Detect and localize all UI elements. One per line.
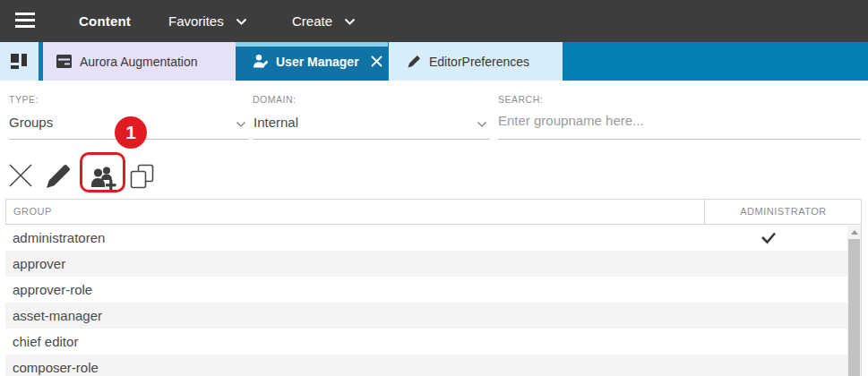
favorites-menu-label: Favorites [168,0,224,42]
create-menu[interactable]: Create [292,0,356,42]
group-name: approver-role [13,282,92,297]
tab-editor-preferences[interactable]: EditorPreferences [389,42,563,81]
scroll-up-button[interactable] [847,226,861,238]
search-input[interactable] [498,113,861,128]
tab-aurora-augmentation[interactable]: Aurora Augmentation [43,42,236,81]
user-edit-icon [253,54,268,69]
app-switcher-button[interactable] [0,42,39,81]
table-scrollbar[interactable] [847,226,861,376]
chevron-down-icon[interactable] [236,121,246,128]
group-name: chief editor [13,334,78,349]
administrator-check-icon [758,229,779,247]
type-field-label: TYPE: [9,94,39,105]
table-row[interactable]: approver-role [5,277,862,303]
annotation-step-badge: 1 [115,116,147,149]
chevron-down-icon [344,18,356,25]
table-row[interactable]: composer-role [5,355,862,376]
column-header-group[interactable]: GROUP [13,200,52,224]
pencil-icon [408,55,421,68]
top-app-bar: Content Favorites Create [0,0,868,42]
table-header-row: GROUP ADMINISTRATOR [5,199,862,225]
tab-label: User Manager [276,55,359,69]
favorites-menu[interactable]: Favorites [168,0,247,42]
chevron-down-icon [236,18,247,25]
column-header-administrator[interactable]: ADMINISTRATOR [704,200,862,224]
group-name: composer-role [13,360,99,375]
tab-label: Aurora Augmentation [80,55,198,69]
group-search-field: SEARCH: [498,90,861,140]
table-row[interactable]: asset-manager [5,303,862,329]
copy-group-button[interactable] [128,163,155,190]
table-body: administratoren approver approver-role a… [5,225,862,376]
tab-label: EditorPreferences [429,55,529,69]
tab-user-manager[interactable]: User Manager [236,42,388,81]
active-tab-indicator [236,42,388,47]
group-name: asset-manager [13,308,102,323]
edit-group-button[interactable] [45,162,72,189]
create-menu-label: Create [292,0,332,42]
group-name: administratoren [13,230,105,245]
scrollbar-thumb[interactable] [848,239,860,376]
table-row[interactable]: administratoren [5,225,862,251]
add-group-button[interactable] [87,160,119,192]
domain-select-field[interactable]: DOMAIN: Internal [253,90,490,140]
tab-bar: Aurora Augmentation User Manager [0,42,868,81]
table-row[interactable]: approver [5,251,862,277]
table-right-border [861,199,862,376]
copy-icon [129,164,155,189]
hamburger-menu-icon[interactable] [15,13,35,30]
table-row[interactable]: chief editor [5,329,862,355]
groups-table: GROUP ADMINISTRATOR administratoren appr… [5,199,862,376]
pencil-icon [46,163,72,189]
domain-field-value: Internal [254,115,298,130]
type-field-value: Groups [9,115,53,130]
delete-x-icon [8,163,33,188]
delete-group-button[interactable] [7,162,34,189]
page-icon [56,55,72,68]
tab-close-icon[interactable] [370,55,383,68]
chevron-down-icon[interactable] [477,121,487,128]
panel-layout-icon [11,54,28,69]
add-group-icon [89,163,117,191]
app-mode-title: Content [79,0,131,42]
domain-field-label: DOMAIN: [253,94,296,105]
group-name: approver [13,256,65,271]
search-field-label: SEARCH: [498,94,543,105]
